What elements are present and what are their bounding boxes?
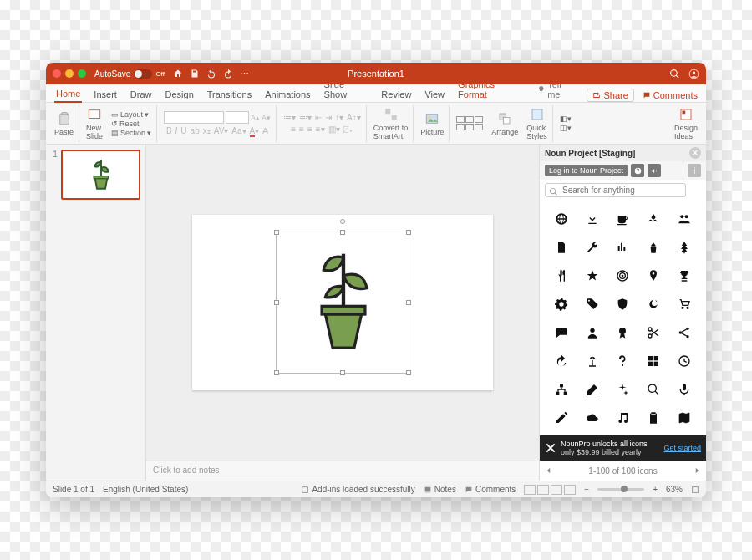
minimize-window-icon[interactable]: [65, 69, 74, 78]
tab-transitions[interactable]: Transitions: [206, 87, 253, 102]
shield-icon[interactable]: [616, 298, 629, 311]
download-icon[interactable]: [586, 212, 599, 226]
resize-handle-nw[interactable]: [274, 230, 279, 235]
close-panel-button[interactable]: ✕: [689, 147, 701, 159]
bold-button[interactable]: B: [166, 126, 172, 135]
bars-icon[interactable]: [616, 241, 629, 254]
grid-icon[interactable]: [647, 354, 660, 368]
status-notes-button[interactable]: Notes: [424, 485, 456, 494]
help-button[interactable]: [631, 164, 644, 177]
layout-button[interactable]: ▭ Layout ▾: [111, 110, 149, 119]
undo-icon[interactable]: [206, 69, 216, 79]
shape-fill-button[interactable]: ◧▾: [560, 115, 572, 123]
shape-outline-button[interactable]: ◫▾: [560, 124, 572, 132]
globe-icon[interactable]: [555, 212, 568, 226]
new-slide-button[interactable]: New Slide: [83, 105, 106, 142]
zoom-out-button[interactable]: −: [584, 485, 589, 494]
clock-icon[interactable]: [678, 354, 691, 368]
eraser-icon[interactable]: [586, 383, 599, 396]
view-normal-button[interactable]: [524, 485, 536, 495]
numbering-button[interactable]: ≕▾: [299, 113, 312, 122]
paste-button[interactable]: Paste: [51, 105, 79, 142]
italic-button[interactable]: I: [175, 126, 178, 135]
zoom-window-icon[interactable]: [78, 69, 86, 78]
hierarchy-icon[interactable]: [555, 383, 568, 396]
more-icon[interactable]: ⋯: [240, 69, 250, 79]
resize-handle-n[interactable]: [340, 230, 345, 235]
selection-box[interactable]: [276, 232, 409, 374]
fit-to-window-button[interactable]: [691, 486, 699, 494]
rotate-handle[interactable]: [340, 219, 345, 224]
resize-handle-s[interactable]: [340, 370, 345, 375]
plant-icon[interactable]: [647, 241, 660, 254]
feedback-button[interactable]: [648, 164, 661, 177]
pin-icon[interactable]: [647, 269, 660, 283]
group-icon[interactable]: [678, 212, 691, 226]
picture-button[interactable]: Picture: [417, 105, 450, 142]
wrench-icon[interactable]: [586, 241, 599, 254]
zoom-level[interactable]: 63%: [666, 485, 683, 494]
share-button[interactable]: Share: [587, 89, 633, 102]
indent-right-button[interactable]: ⇥: [325, 113, 332, 122]
search-icon[interactable]: [647, 383, 660, 396]
font-color-button[interactable]: A▾: [250, 126, 260, 135]
arrange-button[interactable]: Arrange: [488, 105, 521, 142]
tab-home[interactable]: Home: [54, 86, 82, 103]
decrease-font-button[interactable]: A▾: [262, 114, 271, 122]
clipboard-icon[interactable]: [647, 411, 660, 425]
tab-draw[interactable]: Draw: [129, 87, 154, 102]
chat-icon[interactable]: [555, 326, 568, 339]
align-right-button[interactable]: ≡: [307, 125, 312, 134]
view-reading-button[interactable]: [551, 485, 562, 495]
notes-pane[interactable]: Click to add notes: [146, 461, 539, 481]
user-icon[interactable]: [586, 326, 599, 339]
shapes-gallery[interactable]: [453, 105, 486, 142]
prev-page-button[interactable]: [545, 466, 553, 475]
save-icon[interactable]: [190, 69, 200, 79]
slide-canvas[interactable]: [146, 145, 539, 461]
user-avatar-icon[interactable]: [688, 69, 699, 79]
tag-icon[interactable]: [586, 298, 599, 311]
target-icon[interactable]: [616, 269, 629, 283]
resize-handle-sw[interactable]: [274, 370, 279, 375]
redo-icon[interactable]: [555, 354, 568, 368]
search-app-icon[interactable]: [669, 69, 680, 79]
gear-icon[interactable]: [555, 298, 568, 311]
tab-animations[interactable]: Animations: [263, 87, 312, 102]
resize-handle-se[interactable]: [406, 370, 411, 375]
cart-icon[interactable]: [678, 298, 691, 311]
question-icon[interactable]: [616, 354, 629, 368]
login-button[interactable]: Log in to Noun Project: [545, 165, 628, 176]
home-icon[interactable]: [173, 69, 183, 79]
plant-graphic[interactable]: [298, 239, 389, 366]
text-direction-button[interactable]: A↕▾: [347, 113, 361, 122]
spark-icon[interactable]: [616, 383, 629, 396]
info-button[interactable]: i: [688, 164, 701, 177]
highlight-button[interactable]: x₂: [203, 126, 211, 135]
view-sorter-button[interactable]: [537, 485, 549, 495]
underline-button[interactable]: U: [180, 126, 186, 135]
clear-format-button[interactable]: A̶: [262, 126, 268, 135]
document-icon[interactable]: [555, 241, 568, 254]
pencil-icon[interactable]: [555, 411, 568, 425]
water-icon[interactable]: [647, 212, 660, 226]
design-ideas-button[interactable]: Design Ideas: [671, 105, 701, 142]
align-center-button[interactable]: ≡: [299, 125, 304, 134]
next-page-button[interactable]: [693, 466, 701, 475]
line-spacing-button[interactable]: ↕▾: [335, 113, 343, 122]
status-addins[interactable]: Add-ins loaded successfully: [301, 485, 414, 494]
columns-button[interactable]: ▥▾: [328, 125, 340, 134]
av-button[interactable]: AV▾: [214, 126, 229, 135]
reset-button[interactable]: ↺ Reset: [111, 120, 140, 128]
bullets-button[interactable]: ≔▾: [283, 113, 296, 122]
indent-left-button[interactable]: ⇤: [315, 113, 322, 122]
slide-thumbnail-1[interactable]: [61, 150, 140, 200]
cloud-icon[interactable]: [586, 411, 599, 425]
align-left-button[interactable]: ≡: [291, 125, 296, 134]
strike-button[interactable]: ab: [191, 126, 200, 135]
close-window-icon[interactable]: [53, 69, 61, 78]
tab-review[interactable]: Review: [379, 87, 413, 102]
trophy-icon[interactable]: [678, 269, 691, 283]
cutlery-icon[interactable]: [555, 269, 568, 283]
font-name-select[interactable]: [164, 111, 224, 124]
